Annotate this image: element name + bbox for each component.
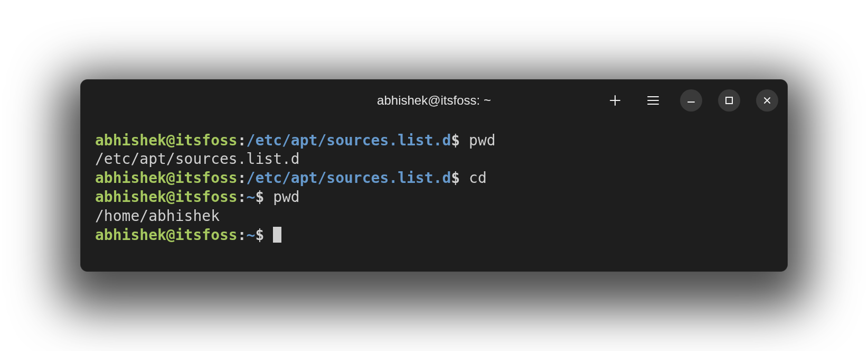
prompt-user: abhishek@itsfoss [95,188,238,206]
terminal-body[interactable]: abhishek@itsfoss:/etc/apt/sources.list.d… [80,122,788,272]
prompt-dollar: $ [451,132,469,149]
menu-button[interactable] [642,89,664,112]
command-text: cd [469,169,487,187]
prompt-path: /etc/apt/sources.list.d [247,132,451,149]
maximize-button[interactable] [718,89,740,112]
terminal-window: abhishek@itsfoss: ~ abhishek@itsfoss:/et… [80,79,788,272]
prompt-dollar: $ [255,226,273,244]
prompt-user: abhishek@itsfoss [95,132,238,149]
prompt-user: abhishek@itsfoss [95,226,238,244]
prompt-colon: : [238,226,247,244]
output-line: /etc/apt/sources.list.d [95,150,300,168]
prompt-colon: : [238,188,247,206]
maximize-icon [725,96,733,105]
prompt-user: abhishek@itsfoss [95,169,238,187]
prompt-path: ~ [247,226,256,244]
minimize-button[interactable] [680,89,702,112]
close-icon [763,96,771,105]
prompt-path: /etc/apt/sources.list.d [247,169,451,187]
prompt-dollar: $ [451,169,469,187]
prompt-colon: : [238,132,247,149]
hamburger-icon [647,96,659,105]
titlebar: abhishek@itsfoss: ~ [80,79,788,122]
svg-rect-0 [726,97,732,104]
new-tab-button[interactable] [604,89,626,112]
plus-icon [609,95,621,106]
output-line: /home/abhishek [95,207,220,225]
window-controls [604,89,778,112]
minimize-icon [686,96,696,105]
prompt-path: ~ [247,188,256,206]
prompt-dollar: $ [255,188,273,206]
command-text: pwd [469,132,496,149]
command-text: pwd [273,188,300,206]
close-button[interactable] [756,89,778,112]
cursor [273,227,281,243]
prompt-colon: : [238,169,247,187]
